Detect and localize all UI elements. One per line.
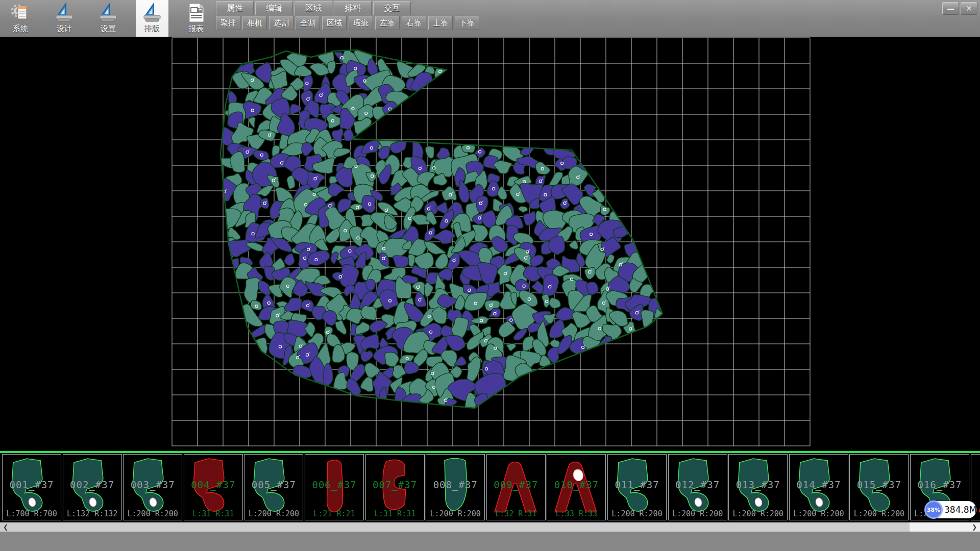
thumbnail-cell[interactable]: 004_#37 L:31 R:31 xyxy=(184,454,243,520)
minimize-button[interactable]: — xyxy=(942,2,959,15)
thumbnail-shape xyxy=(244,455,303,520)
set-square-icon xyxy=(54,2,75,23)
settings-button-label: 设置 xyxy=(101,24,116,34)
thumbnail-shape xyxy=(487,455,545,520)
thumbnail-cell[interactable]: 013_#37 L:200 R:200 xyxy=(728,454,788,520)
menu-properties[interactable]: 属性 xyxy=(216,1,254,15)
thumbnail-shape xyxy=(366,455,424,520)
nesting-svg xyxy=(0,37,980,451)
thumbnail-shape xyxy=(790,455,848,520)
thumbnail-shape xyxy=(124,455,182,520)
settings-button[interactable]: 设置 xyxy=(92,0,125,37)
nesting-button-active[interactable]: 排版 xyxy=(136,0,168,37)
thumbnail-cell[interactable]: 003_#37 L:200 R:200 xyxy=(123,454,182,520)
progress-circle: 38% xyxy=(924,500,943,519)
menu-row: 属性 编辑 区域 排料 交互 xyxy=(216,1,411,15)
horizontal-scrollbar[interactable]: ❮ ❯ xyxy=(0,522,980,532)
set-square-icon xyxy=(97,2,119,23)
thumbnail-cell[interactable]: 002_#37 L:132 R:132 xyxy=(63,454,122,520)
scroll-left-arrow[interactable]: ❮ xyxy=(0,522,11,532)
thumbnail-cell[interactable]: 012_#37 L:200 R:200 xyxy=(668,454,727,520)
main-button-row: 系统 设计 设置 xyxy=(4,0,212,37)
thumbnail-cell[interactable]: 007_#37 L:31 R:31 xyxy=(365,454,425,520)
main-toolbar: 系统 设计 设置 xyxy=(0,0,980,37)
menu-region[interactable]: 区域 xyxy=(295,1,332,15)
scroll-right-arrow[interactable]: ❯ xyxy=(969,522,980,532)
report-icon xyxy=(185,2,207,23)
set-square-icon xyxy=(141,2,163,23)
thumbnail-cell[interactable]: 001_#37 L:700 R:700 xyxy=(2,454,61,520)
scrollbar-thumb[interactable] xyxy=(0,522,910,532)
thumbnail-shape xyxy=(547,455,605,520)
report-button[interactable]: 报表 xyxy=(180,0,212,37)
menu-interactive[interactable]: 交互 xyxy=(373,1,411,15)
tool-align-top[interactable]: 上靠 xyxy=(428,16,453,30)
thumbnail-shape xyxy=(850,455,908,520)
memory-badge: 38% 384.8M xyxy=(925,501,976,518)
report-button-label: 报表 xyxy=(188,24,204,34)
gear-document-icon xyxy=(10,2,31,23)
tool-cluster-nest[interactable]: 聚排 xyxy=(216,16,240,30)
thumbnail-shape xyxy=(608,455,666,520)
thumbnail-shape xyxy=(669,455,727,520)
tool-align-left[interactable]: 左靠 xyxy=(375,16,400,30)
thumbnail-cell[interactable]: 014_#37 L:200 R:200 xyxy=(789,454,848,520)
thumbnail-cell[interactable]: 005_#37 L:200 R:200 xyxy=(244,454,303,520)
thumbnail-shape xyxy=(426,455,484,520)
system-button-label: 系统 xyxy=(13,24,28,34)
tool-align-right[interactable]: 右靠 xyxy=(402,16,426,30)
nesting-button-label: 排版 xyxy=(144,24,160,34)
system-button[interactable]: 系统 xyxy=(4,0,37,37)
tool-align-bottom[interactable]: 下靠 xyxy=(455,16,479,30)
design-button-label: 设计 xyxy=(57,24,72,34)
tool-row: 聚排 相机 选割 全割 区域 瑕疵 左靠 右靠 上靠 下靠 xyxy=(216,16,479,30)
thumbnail-shape xyxy=(3,455,61,520)
memory-value: 384.8M xyxy=(944,501,976,518)
window-controls: — ✕ xyxy=(942,2,977,15)
thumbnail-shape xyxy=(63,455,121,520)
nesting-canvas[interactable] xyxy=(0,37,980,451)
thumbnail-shape xyxy=(184,455,242,520)
thumbnail-shape xyxy=(729,455,787,520)
thumbnail-cell[interactable]: 009_#37 L:32 R:31 xyxy=(486,454,546,520)
thumbnail-strip: 001_#37 L:700 R:700 002_#37 L:132 R:132 … xyxy=(0,453,980,522)
menu-nesting[interactable]: 排料 xyxy=(334,1,372,15)
thumbnail-cell[interactable]: 011_#37 L:200 R:200 xyxy=(607,454,667,520)
tool-cut-all[interactable]: 全割 xyxy=(296,16,320,30)
tool-select-cut[interactable]: 选割 xyxy=(269,16,293,30)
tool-defect[interactable]: 瑕疵 xyxy=(349,16,373,30)
design-button[interactable]: 设计 xyxy=(48,0,81,37)
menu-edit[interactable]: 编辑 xyxy=(255,1,293,15)
thumbnail-cell[interactable]: 006_#37 L:21 R:21 xyxy=(305,454,364,520)
close-button[interactable]: ✕ xyxy=(961,2,977,15)
tool-region[interactable]: 区域 xyxy=(322,16,347,30)
tool-camera[interactable]: 相机 xyxy=(242,16,267,30)
thumbnail-shape xyxy=(305,455,363,520)
status-bar xyxy=(0,532,980,551)
thumbnail-cell[interactable]: 010_#37 L:33 R:33 xyxy=(547,454,606,520)
thumbnail-cell[interactable]: 015_#37 L:200 R:200 xyxy=(849,454,909,520)
thumbnail-cell[interactable]: 008_#37 L:200 R:200 xyxy=(426,454,485,520)
